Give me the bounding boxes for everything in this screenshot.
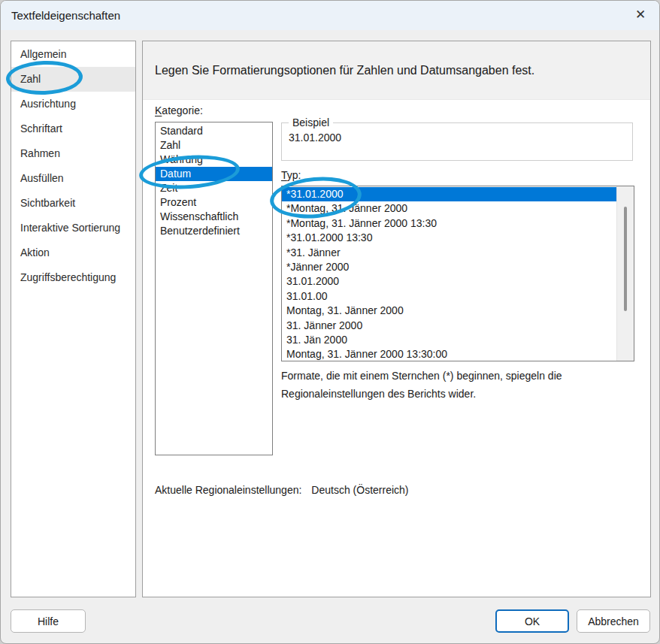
asterisk-note: Formate, die mit einem Sternchen (*) beg…: [281, 367, 562, 403]
sidebar-item-sichtbarkeit[interactable]: Sichtbarkeit: [11, 191, 135, 216]
category-option-zahl[interactable]: Zahl: [156, 138, 272, 153]
category-option-zeit[interactable]: Zeit: [156, 181, 272, 195]
type-option-31-01-2000-13-30[interactable]: *31.01.2000 13:30: [282, 231, 616, 245]
type-option-montag-31-janner-2000-13-30[interactable]: *Montag, 31. Jänner 2000 13:30: [282, 216, 616, 231]
sidebar-item-zahl[interactable]: Zahl: [11, 67, 135, 92]
sidebar-item-rahmen[interactable]: Rahmen: [11, 141, 135, 166]
sidebar-item-zugriffsberechtigung[interactable]: Zugriffsberechtigung: [11, 265, 135, 290]
type-option-31-01-00[interactable]: 31.01.00: [282, 289, 616, 304]
category-option-standard[interactable]: Standard: [156, 124, 272, 138]
type-option-montag-31-janner-2000-13-30-00[interactable]: Montag, 31. Jänner 2000 13:30:00: [282, 347, 616, 361]
regional-settings-label: Aktuelle Regionaleinstellungen:: [155, 484, 301, 496]
help-button[interactable]: Hilfe: [11, 609, 86, 633]
sidebar-item-ausrichtung[interactable]: Ausrichtung: [11, 92, 135, 116]
example-label: Beispiel: [289, 116, 333, 128]
category-label: Kategorie:: [155, 104, 203, 116]
category-listbox: StandardZahlWährungDatumZeitProzentWisse…: [155, 122, 273, 455]
example-value: 31.01.2000: [289, 132, 341, 144]
sidebar-item-aktion[interactable]: Aktion: [11, 240, 135, 265]
category-option-wahrung[interactable]: Währung: [156, 153, 272, 167]
sidebar-item-allgemein[interactable]: Allgemein: [11, 42, 135, 67]
type-option-31-janner-2000[interactable]: 31. Jänner 2000: [282, 319, 616, 333]
cancel-button[interactable]: Abbrechen: [577, 609, 650, 633]
type-option-31-janner[interactable]: *31. Jänner: [282, 246, 616, 260]
type-label: Typ:: [281, 169, 301, 181]
type-option-31-jan-2000[interactable]: 31. Jän 2000: [282, 333, 616, 347]
close-icon[interactable]: ✕: [628, 4, 653, 26]
category-option-datum[interactable]: Datum: [156, 167, 272, 181]
category-option-wissenschaftlich[interactable]: Wissenschaftlich: [156, 210, 272, 224]
asterisk-note-line2: Regionaleinstellungen des Berichts wider…: [281, 385, 562, 403]
example-groupbox: Beispiel 31.01.2000: [281, 122, 633, 161]
ok-button[interactable]: OK: [495, 609, 569, 633]
sidebar-item-ausfullen[interactable]: Ausfüllen: [11, 166, 135, 191]
sidebar-item-interaktive-sortierung[interactable]: Interaktive Sortierung: [11, 216, 135, 240]
window-title: Textfeldeigenschaften: [11, 1, 120, 30]
regional-settings-line: Aktuelle Regionaleinstellungen:Deutsch (…: [155, 484, 409, 496]
header-banner: Legen Sie Formatierungsoptionen für Zahl…: [143, 41, 650, 100]
scrollbar-thumb[interactable]: [624, 207, 627, 311]
sidebar-nav: AllgemeinZahlAusrichtungSchriftartRahmen…: [11, 41, 136, 597]
type-list-scrollbar[interactable]: [616, 186, 634, 361]
type-option-31-01-2000[interactable]: 31.01.2000: [282, 274, 616, 289]
type-option-janner-2000[interactable]: *Jänner 2000: [282, 260, 616, 274]
sidebar-item-schriftart[interactable]: Schriftart: [11, 116, 135, 141]
asterisk-note-line1: Formate, die mit einem Sternchen (*) beg…: [281, 367, 562, 385]
type-option-montag-31-janner-2000[interactable]: *Montag, 31. Jänner 2000: [282, 201, 616, 216]
type-option-montag-31-janner-2000[interactable]: Montag, 31. Jänner 2000: [282, 304, 616, 318]
titlebar: Textfeldeigenschaften ✕: [1, 1, 659, 30]
page-title: Legen Sie Formatierungsoptionen für Zahl…: [155, 41, 534, 99]
category-option-prozent[interactable]: Prozent: [156, 195, 272, 210]
type-listbox: *31.01.2000*Montag, 31. Jänner 2000*Mont…: [281, 186, 634, 361]
regional-settings-value: Deutsch (Österreich): [311, 484, 408, 496]
category-option-benutzerdefiniert[interactable]: Benutzerdefiniert: [156, 224, 272, 238]
type-option-31-01-2000[interactable]: *31.01.2000: [282, 187, 616, 201]
main-panel: Legen Sie Formatierungsoptionen für Zahl…: [142, 41, 651, 597]
textfield-properties-dialog: Textfeldeigenschaften ✕ AllgemeinZahlAus…: [0, 0, 660, 644]
